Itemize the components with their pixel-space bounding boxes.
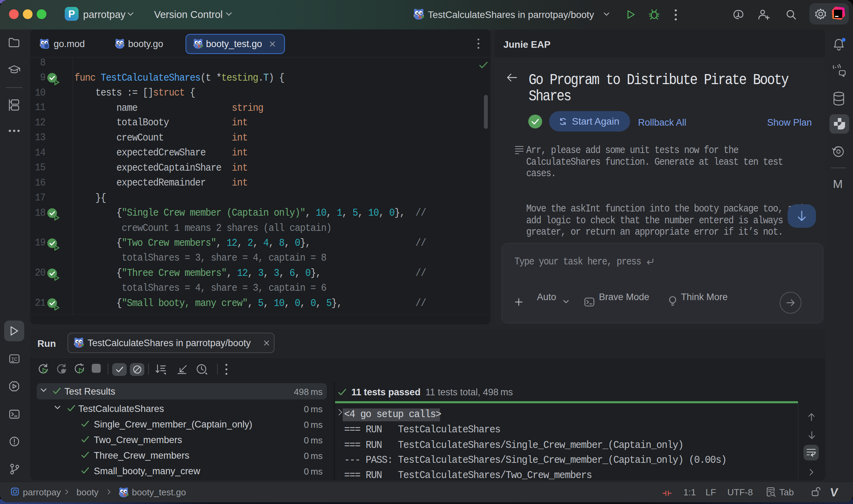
svg-text:TC: TC: [11, 357, 17, 362]
